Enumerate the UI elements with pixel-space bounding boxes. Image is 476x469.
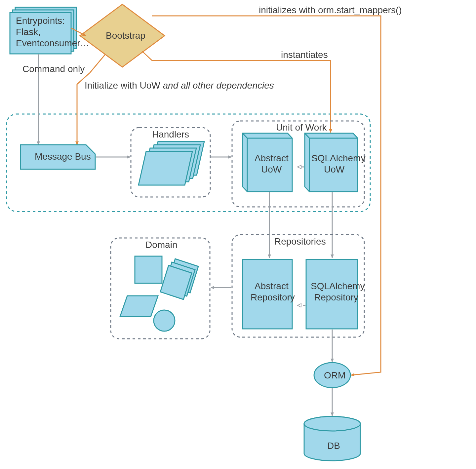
- orm-node: ORM: [314, 363, 350, 388]
- domain-group: Domain: [111, 238, 210, 339]
- svg-text:DB: DB: [327, 441, 340, 451]
- svg-text:Command only: Command only: [22, 64, 85, 74]
- bootstrap-node: Bootstrap: [80, 4, 165, 67]
- svg-text:Abstract: Abstract: [255, 153, 289, 163]
- repositories-group: Repositories Abstract Repository SQLAlch…: [232, 235, 365, 337]
- svg-text:ORM: ORM: [324, 370, 345, 380]
- unit-of-work-group: Unit of Work Abstract UoW SQLAlchemy UoW: [232, 121, 365, 207]
- abstract-uow-node: Abstract UoW: [243, 133, 292, 192]
- edge-command-only: Command only: [22, 54, 85, 145]
- edge-bootstrap-instantiates-uow: instantiates: [142, 50, 331, 133]
- svg-text:Repositories: Repositories: [274, 236, 326, 247]
- sqlalchemy-uow-node: SQLAlchemy UoW: [305, 133, 365, 192]
- svg-text:UoW: UoW: [261, 164, 282, 175]
- svg-text:SQLAlchemy: SQLAlchemy: [311, 281, 365, 291]
- svg-text:Bootstrap: Bootstrap: [106, 30, 145, 41]
- svg-text:SQLAlchemy: SQLAlchemy: [311, 153, 365, 163]
- handlers-group: Handlers: [131, 128, 210, 197]
- svg-text:Initialize with UoW and all ot: Initialize with UoW and all other depend…: [85, 80, 274, 91]
- svg-text:initializes with orm.start_map: initializes with orm.start_mappers(): [259, 5, 402, 15]
- svg-text:Flask,: Flask,: [16, 27, 41, 37]
- db-node: DB: [304, 416, 360, 461]
- svg-text:Repository: Repository: [314, 292, 358, 302]
- svg-text:Entrypoints:: Entrypoints:: [16, 16, 65, 26]
- svg-point-43: [304, 416, 360, 431]
- domain-shape-rect: [135, 256, 162, 283]
- svg-marker-18: [139, 151, 192, 185]
- message-bus-node: Message Bus: [20, 145, 95, 169]
- architecture-diagram: Entrypoints: Flask, Eventconsumer… Boots…: [0, 0, 476, 469]
- svg-text:Eventconsumer…: Eventconsumer…: [16, 38, 90, 48]
- domain-shape-circle: [154, 310, 175, 331]
- domain-shape-stack: [160, 259, 198, 299]
- svg-text:Repository: Repository: [251, 292, 295, 302]
- abstract-repository-node: Abstract Repository: [243, 259, 295, 329]
- domain-shape-parallelogram: [120, 296, 158, 317]
- svg-text:Handlers: Handlers: [152, 129, 189, 139]
- svg-text:Abstract: Abstract: [255, 281, 289, 291]
- svg-text:Message Bus: Message Bus: [35, 151, 91, 162]
- svg-text:instantiates: instantiates: [281, 50, 328, 60]
- svg-text:UoW: UoW: [324, 164, 345, 175]
- entrypoints-node: Entrypoints: Flask, Eventconsumer…: [10, 7, 90, 54]
- svg-text:Unit of Work: Unit of Work: [276, 122, 327, 133]
- svg-text:Domain: Domain: [145, 240, 177, 250]
- sqlalchemy-repository-node: SQLAlchemy Repository: [306, 259, 365, 329]
